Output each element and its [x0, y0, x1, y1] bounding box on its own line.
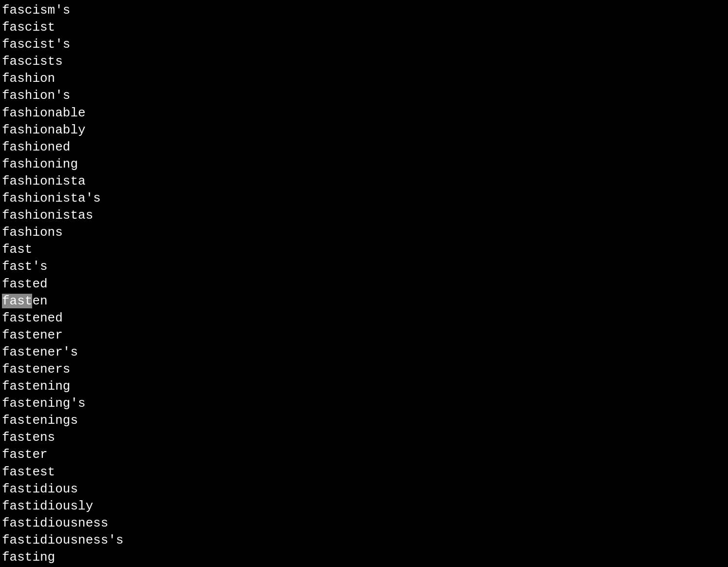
list-item: fashioned [2, 139, 726, 156]
list-item: fastened [2, 310, 726, 327]
list-item: fashionable [2, 105, 726, 122]
list-item: faster [2, 446, 726, 463]
list-item: fashionistas [2, 207, 726, 224]
word-list: fascism'sfascistfascist'sfascistsfashion… [2, 2, 726, 567]
list-item: fastest [2, 464, 726, 481]
list-item: fasting [2, 549, 726, 566]
list-item: fashioning [2, 156, 726, 173]
list-item: fastidiously [2, 498, 726, 515]
list-item: fastener [2, 327, 726, 344]
list-item: fastidiousness's [2, 532, 726, 549]
list-item: fasted [2, 276, 726, 293]
list-item: fascists [2, 53, 726, 70]
list-item: fasteners [2, 361, 726, 378]
list-item: fashions [2, 224, 726, 241]
list-item: fashionably [2, 122, 726, 139]
list-item: fastening [2, 378, 726, 395]
list-item: fashionista [2, 173, 726, 190]
list-item: fascist [2, 19, 726, 36]
highlighted-text: fast [2, 294, 32, 308]
list-item: fastener's [2, 344, 726, 361]
list-item: fastens [2, 429, 726, 446]
list-item: fastening's [2, 395, 726, 412]
list-item: fastenings [2, 412, 726, 429]
list-item: fashion's [2, 87, 726, 104]
list-item: fascism's [2, 2, 726, 19]
list-item: fastidiousness [2, 515, 726, 532]
list-item: fascist's [2, 36, 726, 53]
list-item: fasten [2, 293, 726, 310]
list-item: fastidious [2, 481, 726, 498]
list-item: fashionista's [2, 190, 726, 207]
list-item: fast [2, 241, 726, 258]
list-item: fashion [2, 70, 726, 87]
list-item: fast's [2, 258, 726, 275]
